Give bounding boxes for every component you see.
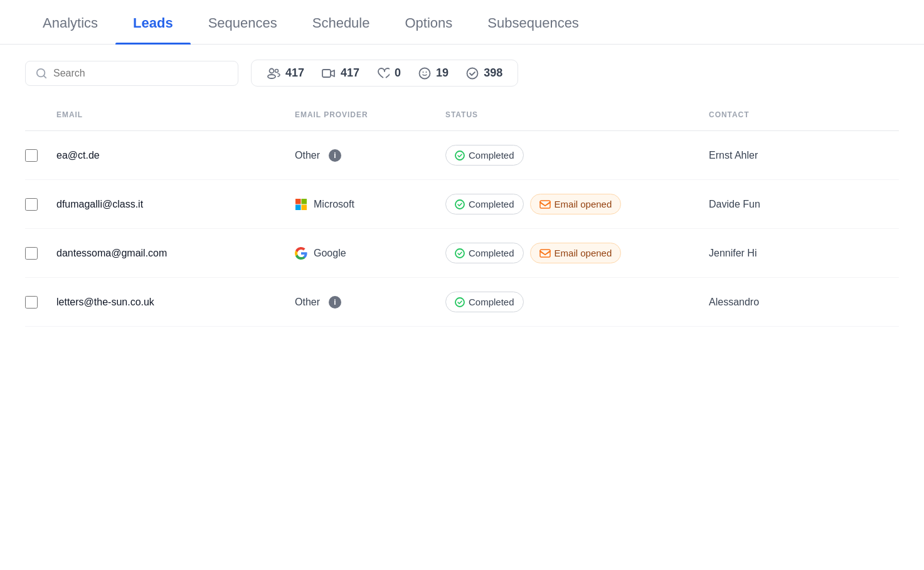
row-checkbox-cell — [25, 149, 56, 162]
row-provider: Google — [295, 247, 445, 260]
check-circle-badge-icon — [455, 150, 465, 161]
stat-total-leads: 417 — [267, 66, 304, 80]
other-provider-label: Other — [295, 297, 320, 308]
provider-name: Google — [314, 248, 346, 259]
row-provider: Other i — [295, 296, 445, 309]
microsoft-icon — [295, 198, 307, 211]
svg-point-17 — [455, 249, 464, 258]
row-provider: Microsoft — [295, 198, 445, 211]
th-contact: CONTACT — [709, 105, 897, 124]
heart-icon — [377, 68, 390, 79]
check-circle-badge-icon — [455, 199, 465, 209]
table-row: dfumagalli@class.it Microsoft Completed … — [25, 180, 899, 229]
table-body: ea@ct.deOther i Completed Ernst Ahler df… — [25, 131, 899, 327]
row-email: letters@the-sun.co.uk — [56, 297, 295, 308]
row-contact: Jennifer Hi — [709, 248, 897, 259]
stat-total-leads-value: 417 — [285, 66, 304, 80]
tab-sequences[interactable]: Sequences — [191, 0, 295, 44]
svg-point-9 — [467, 68, 478, 78]
table-row: dantessoma@gmail.com Google Completed Em… — [25, 229, 899, 278]
leads-table: EMAIL EMAIL PROVIDER STATUS CONTACT ea@c… — [0, 99, 924, 327]
completed-badge: Completed — [445, 243, 524, 263]
row-status: Completed — [445, 292, 709, 312]
smile-icon — [418, 67, 431, 80]
search-input[interactable] — [53, 68, 228, 79]
tab-schedule[interactable]: Schedule — [295, 0, 388, 44]
row-email: dantessoma@gmail.com — [56, 248, 295, 259]
table-row: ea@ct.deOther i Completed Ernst Ahler — [25, 131, 899, 180]
envelope-open-icon — [539, 199, 551, 209]
svg-point-2 — [270, 68, 274, 73]
check-circle-badge-icon — [455, 297, 465, 307]
check-circle-icon — [466, 67, 479, 80]
stats-bar: 417 417 0 19 — [251, 60, 518, 87]
row-checkbox[interactable] — [25, 247, 38, 260]
th-email: EMAIL — [56, 105, 295, 124]
row-checkbox-cell — [25, 247, 56, 260]
stat-interested-value: 19 — [436, 66, 449, 80]
svg-rect-13 — [295, 204, 301, 210]
provider-name: Microsoft — [314, 199, 354, 210]
stat-favorites-value: 0 — [395, 66, 401, 80]
table-header: EMAIL EMAIL PROVIDER STATUS CONTACT — [25, 99, 899, 131]
svg-point-3 — [268, 75, 275, 78]
row-contact: Davide Fun — [709, 199, 897, 210]
search-box[interactable] — [25, 61, 238, 86]
video-icon — [322, 68, 336, 78]
other-provider-label: Other — [295, 150, 320, 161]
row-status: Completed — [445, 145, 709, 166]
svg-rect-11 — [295, 199, 301, 204]
stat-interested: 19 — [418, 66, 449, 80]
tab-leads[interactable]: Leads — [115, 0, 191, 44]
svg-point-7 — [423, 71, 424, 73]
provider-info-icon[interactable]: i — [329, 296, 341, 309]
th-checkbox — [25, 105, 56, 124]
row-email: ea@ct.de — [56, 150, 295, 161]
row-checkbox[interactable] — [25, 198, 38, 211]
stat-favorites: 0 — [377, 66, 401, 80]
svg-rect-12 — [302, 199, 307, 204]
toolbar: 417 417 0 19 — [0, 45, 924, 99]
th-email-provider: EMAIL PROVIDER — [295, 105, 445, 124]
row-contact: Alessandro — [709, 297, 897, 308]
nav-tabs: AnalyticsLeadsSequencesScheduleOptionsSu… — [0, 0, 924, 45]
stat-active-leads: 417 — [322, 66, 359, 80]
stat-completed: 398 — [466, 66, 502, 80]
completed-badge: Completed — [445, 292, 524, 312]
svg-line-1 — [44, 75, 46, 77]
table-row: letters@the-sun.co.ukOther i Completed A… — [25, 278, 899, 327]
provider-info-icon[interactable]: i — [329, 149, 341, 162]
people-icon — [267, 68, 280, 79]
row-contact: Ernst Ahler — [709, 150, 897, 161]
row-status: Completed Email opened — [445, 243, 709, 263]
stat-active-leads-value: 417 — [341, 66, 359, 80]
svg-point-19 — [455, 298, 464, 307]
svg-point-10 — [455, 151, 464, 160]
row-checkbox[interactable] — [25, 149, 38, 162]
svg-point-8 — [426, 71, 427, 73]
row-checkbox-cell — [25, 296, 56, 309]
row-checkbox-cell — [25, 198, 56, 211]
svg-point-6 — [420, 68, 430, 78]
envelope-open-icon — [539, 248, 551, 258]
email-opened-badge: Email opened — [530, 194, 622, 214]
svg-rect-5 — [322, 70, 331, 77]
svg-point-4 — [275, 69, 279, 72]
row-status: Completed Email opened — [445, 194, 709, 214]
tab-analytics[interactable]: Analytics — [25, 0, 115, 44]
tab-subsequences[interactable]: Subsequences — [470, 0, 597, 44]
svg-rect-14 — [302, 204, 307, 210]
th-status: STATUS — [445, 105, 709, 124]
email-opened-badge: Email opened — [530, 243, 622, 263]
svg-point-15 — [455, 200, 464, 209]
google-icon — [295, 247, 307, 260]
row-email: dfumagalli@class.it — [56, 199, 295, 210]
row-provider: Other i — [295, 149, 445, 162]
check-circle-badge-icon — [455, 248, 465, 258]
tab-options[interactable]: Options — [387, 0, 470, 44]
completed-badge: Completed — [445, 194, 524, 214]
row-checkbox[interactable] — [25, 296, 38, 309]
completed-badge: Completed — [445, 145, 524, 166]
search-icon — [36, 68, 47, 79]
stat-completed-value: 398 — [484, 66, 502, 80]
